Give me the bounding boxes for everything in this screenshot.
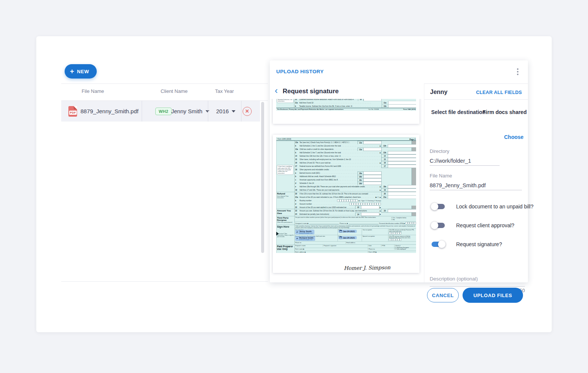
form-margin-note: • If you have a qualifying child, attach…	[277, 165, 294, 175]
form-line: cAmerican opportunity credit from Form 8…	[295, 178, 416, 182]
calendar-icon	[340, 237, 342, 239]
form-line: 15Other taxes, including self-employment…	[295, 158, 416, 161]
column-header-tax-year: Tax Year	[215, 88, 234, 94]
destination-value[interactable]: Firm docs shared	[483, 109, 527, 115]
column-header-client-name: Client Name	[161, 88, 188, 94]
form-line: 11aAdd lines 9 and 1011a	[294, 101, 416, 105]
request-signature-toggle-row[interactable]: Request signature?	[432, 241, 502, 247]
form-line: 22Amount of line 20 you want applied to …	[295, 206, 416, 209]
choose-directory-link[interactable]: Choose	[504, 134, 523, 140]
directory-label: Directory	[430, 148, 449, 154]
form-section-label: Paid Preparer Use Only	[277, 245, 294, 250]
cell-divider	[241, 101, 241, 122]
back-chevron-icon[interactable]: ‹	[275, 86, 278, 95]
request-signature-toggle[interactable]	[432, 242, 445, 247]
form-section-label: Amount You Owe	[277, 210, 294, 214]
form-line: bAdditional child tax credit. Attach Sch…	[295, 175, 416, 178]
client-approval-toggle[interactable]	[432, 223, 445, 228]
form-line: 16Add lines 14 and 15. This is your tota…	[295, 161, 416, 165]
form-line: dSchedule 3, line 1418d	[295, 182, 416, 185]
clear-all-fields-link[interactable]: CLEAR ALL FIELDS	[476, 90, 522, 95]
lock-document-toggle[interactable]	[432, 204, 445, 209]
form-margin-note: Standard Deduction, see instructions	[277, 99, 294, 103]
form-section-label: Sign Here	[277, 225, 294, 228]
input-underline	[430, 190, 522, 190]
date-field-taxpayer[interactable]: Jan-24-2021	[339, 230, 357, 233]
sign-here-arrow	[276, 231, 279, 236]
main-card: + NEW File Name Client Name Tax Year PDF…	[36, 36, 552, 332]
client-name-dropdown[interactable]: Jenny Smith	[171, 108, 209, 114]
form-line: 23Amount you owe. Subtract line 19 from …	[295, 209, 416, 213]
form2-header-left: Form 1040 (2019)	[278, 138, 291, 140]
file-name-field[interactable]: 8879_Jenny_Smith.pdf	[430, 182, 486, 188]
preview-scroll-area[interactable]: Standard Deduction, see instructions 10Q…	[270, 99, 424, 282]
form-line: bAdd Schedule 2, line 3, and line 12a an…	[295, 144, 416, 148]
document-preview-page2[interactable]: Form 1040 (2019) Page 2 • If you have a …	[273, 135, 419, 273]
cell-divider	[142, 101, 142, 122]
signature-field-taxpayer[interactable]: ✒ Jenny Smith jenny@example.com	[295, 230, 314, 235]
plus-icon: +	[70, 68, 74, 75]
form-line: bAdd Schedule 3, line 7, and line 13a an…	[295, 151, 416, 154]
upload-history-link[interactable]: UPLOAD HISTORY	[276, 69, 324, 74]
cell-divider	[208, 101, 208, 122]
description-input[interactable]	[430, 276, 525, 282]
form-line: bTaxable income. Subtract line 11a from …	[294, 105, 416, 108]
client-title: Jenny	[430, 89, 447, 96]
tax-year-dropdown[interactable]: 2016	[216, 108, 235, 114]
form-line: 14Subtract line 13b from line 12b. If ze…	[295, 154, 416, 158]
input-underline	[430, 165, 500, 166]
upload-dialog: UPLOAD HISTORY ‹ Request signature Stand…	[270, 60, 528, 282]
form-line: 13aChild tax credit or credit for other …	[295, 148, 416, 151]
left-panel-scrollbar[interactable]	[261, 102, 264, 253]
remove-file-button[interactable]: ✕	[243, 107, 252, 116]
form-section-label: Refund	[277, 193, 294, 195]
form-line: 24Estimated tax penalty (see instruction…	[295, 213, 416, 216]
date-field-spouse[interactable]: Jan-25-2021	[339, 236, 357, 239]
form-line: 20If line 19 is more than line 16, subtr…	[295, 192, 416, 196]
directory-field[interactable]: C://work/folder_1	[430, 158, 471, 164]
new-button-label: NEW	[77, 69, 89, 74]
cancel-button[interactable]: CANCEL	[427, 288, 459, 302]
file-details-panel: Jenny CLEAR ALL FIELDS Select file desti…	[424, 83, 528, 282]
upload-files-button[interactable]: UPLOAD FILES	[463, 288, 523, 303]
form-line: 19Add lines 17 and 18e. These are your t…	[295, 188, 416, 192]
divider	[424, 99, 528, 100]
form-line: eAdd lines 18a through 18d. These are yo…	[295, 185, 416, 188]
section-header: ‹ Request signature	[270, 83, 424, 99]
chevron-down-icon	[232, 110, 235, 113]
file-name-cell: 8879_Jenny_Smith.pdf	[80, 108, 138, 114]
form-footer-left: For Disclosure, Privacy Act, and Paperwo…	[277, 109, 344, 111]
form-line: 21aAmount of line 20 you want refunded t…	[295, 196, 416, 199]
destination-label: Select file destination	[431, 109, 486, 115]
column-header-file-name: File Name	[82, 88, 104, 94]
form2-header-right: Page 2	[409, 138, 415, 140]
divider	[61, 281, 268, 282]
pen-icon: ✒	[296, 231, 299, 234]
form-cat-no: Cat. No. 11320B	[368, 109, 379, 111]
kebab-menu-icon[interactable]	[514, 68, 521, 76]
form-line: 12aTax (see inst.) Check if any from For…	[295, 141, 416, 144]
chevron-down-icon	[206, 110, 209, 113]
form-line: bRouting number▶ c Type: ☐ Checking ☐ Sa…	[295, 199, 416, 202]
lock-document-toggle-row[interactable]: Lock document to an unpaid bill?	[432, 203, 534, 210]
calendar-icon	[340, 230, 342, 233]
file-name-label: File Name	[430, 173, 452, 179]
signature-field-spouse[interactable]: ✒ Richard Smith richie@example.com	[295, 236, 315, 241]
form-footer-right: Form 1040 (2019)	[403, 109, 416, 111]
document-preview-page1[interactable]: Standard Deduction, see instructions 10Q…	[273, 99, 419, 124]
section-title: Request signature	[283, 88, 339, 95]
client-approval-toggle-row[interactable]: Request client approval?	[432, 222, 514, 228]
divider	[61, 83, 268, 84]
wh2-badge: WH2	[155, 108, 172, 115]
form-line: aEarned income credit (EIC)18a	[295, 171, 416, 175]
form-line: 18Other payments and refundable credits:	[295, 168, 416, 171]
input-underline	[430, 286, 525, 287]
form-line: 17Federal income tax withheld from Forms…	[295, 165, 416, 168]
handwritten-signature: Homer J. Simpson	[344, 264, 390, 271]
form-section-label: Third Party Designee	[277, 217, 294, 221]
pen-icon: ✒	[296, 237, 299, 240]
pdf-file-icon: PDF	[68, 106, 77, 117]
new-button[interactable]: + NEW	[65, 64, 97, 79]
form-line: dAccount number	[295, 202, 416, 206]
table-row: PDF 8879_Jenny_Smith.pdf WH2 Jenny Smith…	[61, 101, 260, 122]
